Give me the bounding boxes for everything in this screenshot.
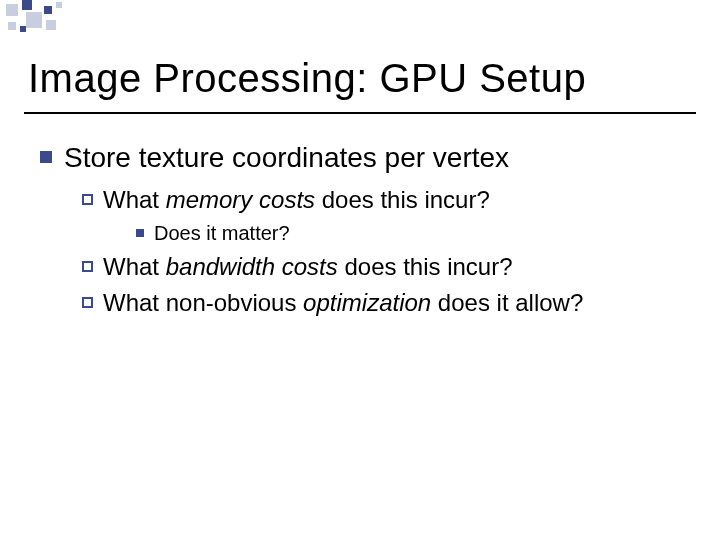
corner-decoration: [0, 0, 120, 40]
bullet-level2: What non-obvious optimization does it al…: [82, 288, 680, 318]
text-em: optimization: [303, 289, 431, 316]
text-pre: What: [103, 186, 166, 213]
text-post: does this incur?: [338, 253, 513, 280]
bullet-level2: What bandwidth costs does this incur?: [82, 252, 680, 282]
text-em: bandwidth costs: [166, 253, 338, 280]
bullet-text: What non-obvious optimization does it al…: [103, 288, 680, 318]
text-pre: What non-obvious: [103, 289, 303, 316]
bullet-text: Store texture coordinates per vertex: [64, 140, 680, 175]
square-hollow-icon: [82, 194, 93, 205]
text-post: does it allow?: [431, 289, 583, 316]
text-em: memory costs: [166, 186, 315, 213]
text-post: does this incur?: [315, 186, 490, 213]
square-filled-icon: [40, 151, 52, 163]
bullet-level1: Store texture coordinates per vertex: [40, 140, 680, 175]
slide-body: Store texture coordinates per vertex Wha…: [40, 140, 680, 320]
square-hollow-icon: [82, 261, 93, 272]
bullet-level2: What memory costs does this incur?: [82, 185, 680, 215]
bullet-text: Does it matter?: [154, 221, 680, 246]
title-underline: [24, 112, 696, 114]
square-small-icon: [136, 229, 144, 237]
slide-title: Image Processing: GPU Setup: [28, 56, 586, 101]
bullet-text: What bandwidth costs does this incur?: [103, 252, 680, 282]
text-pre: What: [103, 253, 166, 280]
bullet-text: What memory costs does this incur?: [103, 185, 680, 215]
square-hollow-icon: [82, 297, 93, 308]
bullet-level3: Does it matter?: [136, 221, 680, 246]
